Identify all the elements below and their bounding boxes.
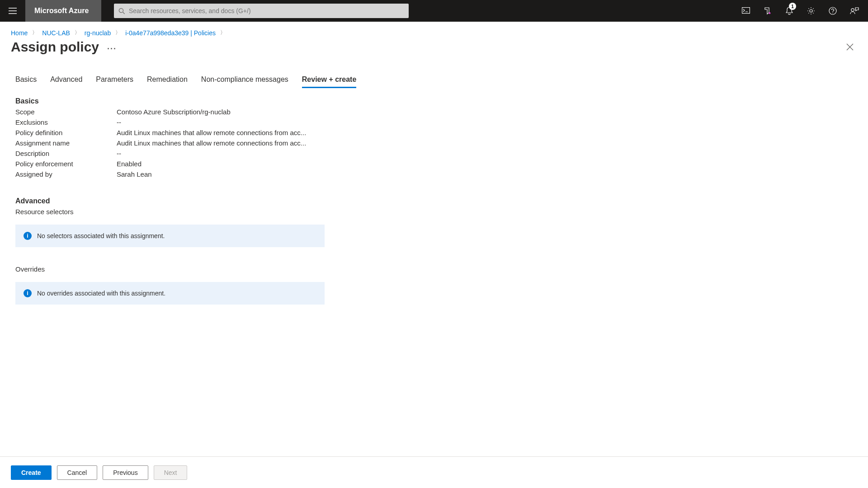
breadcrumb-item-1[interactable]: NUC-LAB (42, 29, 70, 37)
label-assignment-name: Assignment name (15, 139, 117, 147)
tab-advanced[interactable]: Advanced (50, 73, 82, 88)
hamburger-icon (9, 8, 17, 14)
value-policy-definition: Audit Linux machines that allow remote c… (117, 129, 306, 136)
label-policy-definition: Policy definition (15, 129, 117, 136)
row-description: Description -- (15, 150, 852, 157)
next-button: Next (154, 465, 188, 480)
label-scope: Scope (15, 108, 117, 116)
svg-line-1 (123, 12, 125, 14)
breadcrumb-item-3[interactable]: i-0a4e77a998eda3e39 | Policies (125, 29, 216, 37)
label-exclusions: Exclusions (15, 118, 117, 126)
tab-basics[interactable]: Basics (15, 73, 37, 88)
info-text-resource-selectors: No selectors associated with this assign… (37, 232, 165, 239)
value-assigned-by: Sarah Lean (117, 170, 152, 178)
row-policy-enforcement: Policy enforcement Enabled (15, 160, 852, 168)
value-assignment-name: Audit Linux machines that allow remote c… (117, 139, 306, 147)
row-assignment-name: Assignment name Audit Linux machines tha… (15, 139, 852, 147)
cloud-shell-button[interactable] (737, 0, 755, 22)
help-button[interactable] (824, 0, 842, 22)
previous-button[interactable]: Previous (103, 465, 148, 480)
global-search[interactable] (114, 4, 409, 18)
brand-label: Microsoft Azure (25, 0, 101, 22)
breadcrumb: Home 〉 NUC-LAB 〉 rg-nuclab 〉 i-0a4e77a99… (0, 22, 868, 37)
section-title-advanced: Advanced (15, 197, 852, 205)
info-overrides: i No overrides associated with this assi… (15, 282, 325, 305)
top-bar: Microsoft Azure 1 (0, 0, 868, 22)
hamburger-menu-button[interactable] (0, 0, 25, 22)
row-policy-definition: Policy definition Audit Linux machines t… (15, 129, 852, 136)
value-scope: Contoso Azure Subscription/rg-nuclab (117, 108, 231, 116)
tab-strip: Basics Advanced Parameters Remediation N… (15, 73, 852, 88)
label-description: Description (15, 150, 117, 157)
tab-parameters[interactable]: Parameters (96, 73, 133, 88)
svg-rect-2 (742, 8, 750, 14)
close-icon (846, 43, 854, 51)
global-search-input[interactable] (125, 7, 404, 14)
create-button[interactable]: Create (11, 465, 52, 480)
tab-review-create[interactable]: Review + create (302, 73, 357, 88)
label-overrides: Overrides (15, 265, 852, 273)
info-icon: i (24, 232, 32, 240)
chevron-right-icon: 〉 (75, 29, 80, 37)
page-header: Assign policy ··· (0, 37, 868, 55)
svg-point-4 (810, 9, 812, 12)
row-scope: Scope Contoso Azure Subscription/rg-nucl… (15, 108, 852, 116)
more-actions-button[interactable]: ··· (107, 45, 117, 53)
info-resource-selectors: i No selectors associated with this assi… (15, 225, 325, 247)
gear-icon (807, 7, 815, 15)
search-icon (118, 8, 125, 14)
notifications-button[interactable]: 1 (780, 0, 798, 22)
chevron-right-icon: 〉 (32, 29, 38, 37)
svg-point-5 (829, 7, 836, 14)
copilot-button[interactable] (759, 0, 777, 22)
page-title: Assign policy (11, 39, 99, 55)
row-exclusions: Exclusions -- (15, 118, 852, 126)
feedback-icon (850, 7, 859, 15)
notifications-badge: 1 (789, 3, 796, 10)
feedback-button[interactable] (845, 0, 863, 22)
svg-point-7 (851, 9, 854, 11)
settings-button[interactable] (802, 0, 820, 22)
info-icon: i (24, 289, 32, 297)
value-exclusions: -- (117, 118, 121, 126)
label-policy-enforcement: Policy enforcement (15, 160, 117, 168)
section-title-basics: Basics (15, 97, 852, 105)
label-assigned-by: Assigned by (15, 170, 117, 178)
svg-point-6 (832, 13, 833, 14)
close-button[interactable] (843, 40, 857, 54)
copilot-icon (764, 7, 772, 15)
tab-remediation[interactable]: Remediation (147, 73, 188, 88)
cloud-shell-icon (742, 7, 750, 14)
chevron-right-icon: 〉 (115, 29, 121, 37)
info-text-overrides: No overrides associated with this assign… (37, 290, 165, 297)
svg-point-0 (119, 8, 123, 12)
footer-action-bar: Create Cancel Previous Next (0, 456, 868, 488)
svg-point-3 (769, 12, 771, 14)
breadcrumb-home[interactable]: Home (11, 29, 28, 37)
cancel-button[interactable]: Cancel (57, 465, 98, 480)
row-assigned-by: Assigned by Sarah Lean (15, 170, 852, 178)
value-description: -- (117, 150, 121, 157)
tab-noncompliance[interactable]: Non-compliance messages (201, 73, 288, 88)
value-policy-enforcement: Enabled (117, 160, 142, 168)
chevron-right-icon: 〉 (220, 29, 226, 37)
topbar-icon-group: 1 (737, 0, 868, 22)
help-icon (829, 7, 837, 15)
breadcrumb-item-2[interactable]: rg-nuclab (85, 29, 111, 37)
label-resource-selectors: Resource selectors (15, 208, 852, 216)
content-scroll-area[interactable]: Basics Advanced Parameters Remediation N… (0, 55, 863, 456)
